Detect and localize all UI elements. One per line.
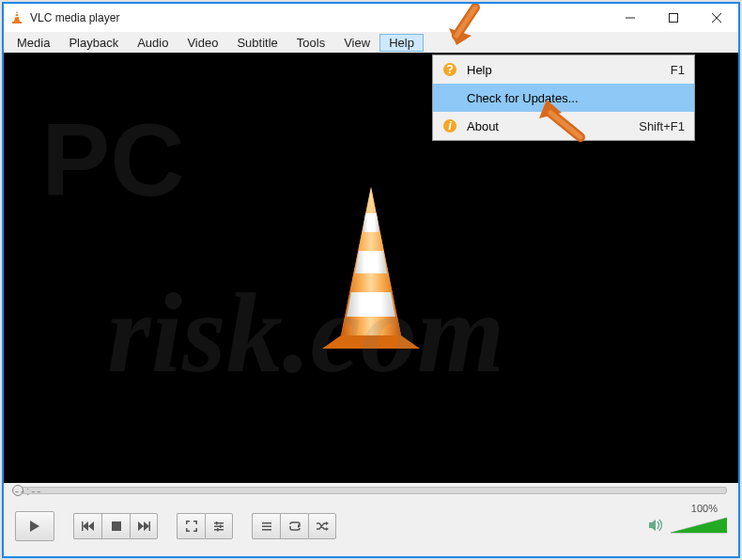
svg-rect-0 [15, 13, 20, 14]
playlist-button[interactable] [252, 513, 280, 539]
svg-rect-23 [262, 529, 271, 531]
window-title: VLC media player [30, 11, 609, 24]
shuffle-button[interactable] [308, 513, 336, 539]
vlc-cone-logo [296, 178, 446, 359]
menu-bar: MediaPlaybackAudioVideoSubtitleToolsView… [4, 32, 738, 53]
minimize-button[interactable] [609, 4, 652, 32]
menu-tools[interactable]: Tools [287, 34, 334, 52]
svg-rect-19 [220, 525, 222, 529]
watermark-text: PC [41, 100, 185, 219]
menu-subtitle[interactable]: Subtitle [227, 34, 286, 52]
svg-rect-18 [216, 521, 218, 525]
title-bar: VLC media player [4, 4, 738, 32]
seek-slider[interactable] [15, 487, 727, 494]
svg-rect-13 [112, 521, 121, 531]
speaker-icon[interactable] [648, 518, 665, 536]
svg-rect-20 [217, 528, 219, 532]
playback-group [73, 513, 158, 539]
volume-slider[interactable] [671, 516, 727, 537]
svg-text:i: i [448, 118, 452, 132]
svg-rect-16 [214, 526, 224, 528]
svg-rect-14 [149, 521, 151, 531]
play-button[interactable] [15, 511, 54, 541]
menu-item-label: Help [467, 63, 661, 77]
controls-toolbar: 100% [4, 498, 738, 554]
svg-rect-12 [82, 521, 84, 531]
next-button[interactable] [130, 513, 158, 539]
menu-playback[interactable]: Playback [59, 34, 128, 52]
menu-help[interactable]: Help [379, 34, 424, 52]
svg-text:?: ? [446, 62, 454, 76]
volume-area: 100% [648, 516, 727, 537]
menu-view[interactable]: View [334, 34, 379, 52]
volume-percent: 100% [691, 503, 718, 514]
seek-bar-area [4, 483, 738, 498]
stop-button[interactable] [101, 513, 130, 539]
svg-rect-17 [214, 529, 224, 531]
svg-rect-1 [14, 16, 20, 17]
menu-item-shortcut: Shift+F1 [639, 119, 685, 133]
annotation-arrow-icon [438, 4, 494, 49]
loop-button[interactable] [280, 513, 308, 539]
previous-button[interactable] [73, 513, 101, 539]
info-icon: i [442, 118, 457, 133]
svg-rect-21 [262, 522, 271, 524]
vlc-cone-icon [9, 9, 24, 27]
fullscreen-button[interactable] [177, 513, 205, 539]
time-display: --:-- [15, 485, 42, 498]
maximize-button[interactable] [652, 4, 695, 32]
svg-rect-22 [262, 526, 271, 528]
annotation-arrow-icon [530, 96, 595, 148]
blank-icon [442, 90, 457, 105]
app-window: VLC media player MediaPlaybackAudioVideo… [2, 2, 740, 558]
menu-item-shortcut: F1 [671, 63, 685, 77]
close-button[interactable] [695, 4, 738, 32]
svg-rect-4 [670, 14, 678, 23]
menu-media[interactable]: Media [8, 34, 59, 52]
svg-rect-15 [214, 522, 224, 524]
menu-video[interactable]: Video [178, 34, 227, 52]
help-icon: ? [442, 62, 457, 77]
extended-settings-button[interactable] [205, 513, 233, 539]
svg-rect-2 [12, 22, 22, 23]
view-group [177, 513, 233, 539]
window-controls [609, 4, 738, 32]
menu-item-help[interactable]: ?HelpF1 [433, 55, 694, 84]
menu-audio[interactable]: Audio [128, 34, 178, 52]
playlist-group [252, 513, 336, 539]
